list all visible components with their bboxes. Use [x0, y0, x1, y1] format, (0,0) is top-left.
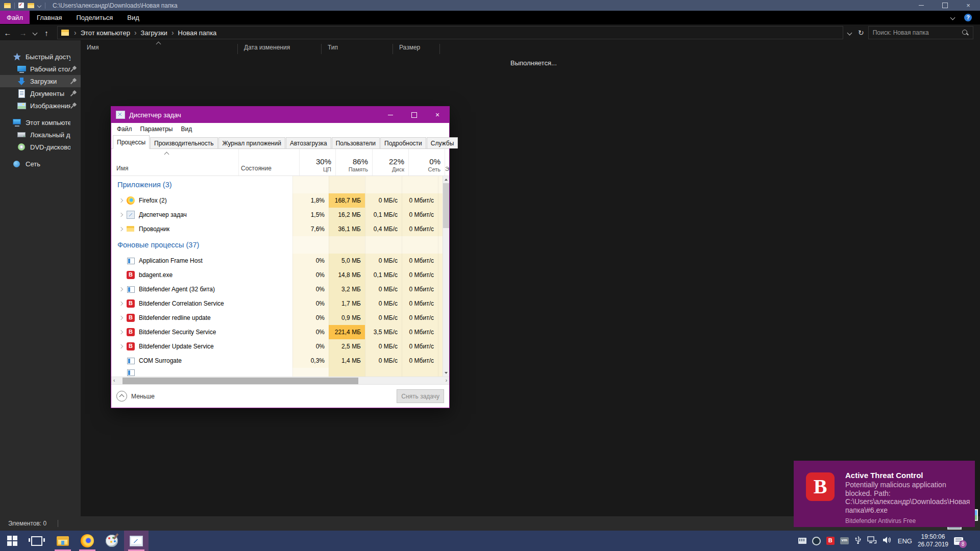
column-header-name[interactable]: Имя [111, 149, 238, 176]
taskbar-firefox-button[interactable] [75, 531, 100, 551]
process-row[interactable]: Application Frame Host 0% 5,0 МБ 0 МБ/с … [111, 254, 443, 268]
properties-icon[interactable] [18, 3, 24, 8]
scrollbar-thumb[interactable] [122, 378, 358, 384]
sidebar-item[interactable]: Сеть [0, 158, 81, 170]
address-dropdown-icon[interactable] [847, 31, 852, 35]
restore-button[interactable] [933, 0, 957, 11]
customize-toolbar-icon[interactable] [38, 4, 41, 7]
sidebar-item[interactable]: Рабочий стол [0, 63, 81, 75]
touch-keyboard-icon[interactable] [798, 538, 806, 544]
taskbar-task-manager-button[interactable] [124, 531, 149, 551]
ribbon-tab[interactable]: Главная [30, 11, 69, 24]
sidebar-item[interactable]: Документы [0, 87, 81, 99]
process-row[interactable]: Bitdefender redline update 0% 0,9 МБ 0 М… [111, 311, 443, 325]
end-task-button[interactable]: Снять задачу [397, 389, 444, 403]
network-icon[interactable] [867, 536, 877, 546]
usb-icon[interactable] [854, 536, 862, 546]
taskbar-file-explorer-button[interactable] [51, 531, 75, 551]
process-row[interactable]: Приложения (3) [111, 176, 443, 193]
menu-item[interactable]: Файл [113, 126, 136, 133]
language-indicator[interactable]: ENG [898, 537, 912, 545]
stat-column-header[interactable]: 30% ЦП [299, 149, 335, 176]
process-row[interactable]: Проводник 7,6% 36,1 МБ 0,4 МБ/с 0 Мбит/с [111, 222, 443, 236]
scroll-down-icon[interactable] [443, 369, 449, 377]
task-manager-tab[interactable]: Производительность [150, 137, 217, 148]
minimize-button[interactable] [910, 0, 933, 11]
process-row[interactable]: Bitdefender Update Service 0% 2,5 МБ 0 М… [111, 339, 443, 354]
new-folder-icon[interactable] [28, 3, 34, 8]
column-header[interactable]: Дата изменения [238, 44, 322, 54]
sidebar-item[interactable]: DVD-дисковод (D: [0, 141, 81, 153]
menu-item[interactable]: Вид [177, 126, 196, 133]
minimize-button[interactable] [379, 107, 402, 123]
expand-chevron-icon[interactable] [116, 325, 127, 339]
ribbon-tab[interactable]: Поделиться [69, 11, 120, 24]
tray-app-icon[interactable] [812, 537, 821, 545]
process-row[interactable] [111, 368, 443, 377]
vertical-scrollbar[interactable] [443, 176, 449, 377]
back-button[interactable]: ← [0, 29, 15, 37]
task-view-button[interactable] [24, 531, 49, 551]
maximize-button[interactable] [402, 107, 426, 123]
expand-chevron-icon[interactable] [116, 193, 127, 208]
ribbon-tab[interactable]: Вид [120, 11, 146, 24]
process-row[interactable]: Firefox (2) 1,8% 168,7 МБ 0 МБ/с 0 Мбит/… [111, 193, 443, 208]
process-row[interactable]: Bitdefender Correlation Service 0% 1,7 М… [111, 296, 443, 311]
expand-ribbon-icon[interactable] [950, 15, 955, 20]
task-manager-tab[interactable]: Журнал приложений [218, 137, 285, 148]
scrollbar-thumb[interactable] [443, 183, 449, 228]
forward-button[interactable]: → [15, 29, 31, 37]
vmware-tools-icon[interactable] [840, 537, 849, 544]
start-button[interactable] [0, 531, 24, 551]
task-manager-tab[interactable]: Пользователи [332, 137, 380, 148]
search-input[interactable] [869, 29, 962, 36]
expand-chevron-icon[interactable] [116, 208, 127, 222]
process-row[interactable]: Диспетчер задач 1,5% 16,2 МБ 0,1 МБ/с 0 … [111, 208, 443, 222]
bitdefender-tray-icon[interactable] [826, 537, 835, 545]
column-header[interactable]: Тип [322, 44, 393, 54]
stat-column-header[interactable]: 86% Память [335, 149, 372, 176]
expand-chevron-icon[interactable] [116, 282, 127, 296]
scroll-right-icon[interactable]: › [446, 378, 447, 383]
breadcrumb-item[interactable]: ›Новая папка [167, 29, 216, 37]
clock[interactable]: 19:50:06 26.07.2019 [918, 533, 948, 548]
search-icon[interactable] [962, 29, 969, 36]
bitdefender-notification[interactable]: Active Threat Control Potentially malici… [794, 461, 975, 527]
task-manager-titlebar[interactable]: Диспетчер задач × [111, 107, 449, 123]
sidebar-item[interactable]: Загрузки [0, 75, 81, 87]
recent-locations-icon[interactable] [31, 31, 39, 35]
expand-chevron-icon[interactable] [116, 311, 127, 325]
stat-column-header[interactable]: 0% Сеть [408, 149, 445, 176]
column-header-energy-cut[interactable]: Э [445, 149, 449, 176]
process-row[interactable]: bdagent.exe 0% 14,8 МБ 0,1 МБ/с 0 Мбит/с [111, 268, 443, 282]
process-row[interactable]: COM Surrogate 0,3% 1,4 МБ 0 МБ/с 0 Мбит/… [111, 354, 443, 368]
close-button[interactable]: × [426, 107, 449, 123]
task-manager-tab[interactable]: Процессы [113, 135, 150, 149]
volume-icon[interactable] [883, 536, 892, 546]
fewer-details-button[interactable]: Меньше [116, 391, 155, 402]
sidebar-item[interactable]: Изображения [0, 99, 81, 112]
process-row[interactable]: Bitdefender Security Service 0% 221,4 МБ… [111, 325, 443, 339]
task-manager-tab[interactable]: Подробности [380, 137, 426, 148]
horizontal-scrollbar[interactable]: ‹ › [111, 377, 449, 384]
refresh-icon[interactable]: ↻ [858, 29, 864, 37]
breadcrumb-item[interactable]: ›Загрузки [130, 29, 167, 37]
help-icon[interactable]: ? [964, 14, 972, 21]
menu-item[interactable]: Параметры [136, 126, 177, 133]
taskbar-paint-button[interactable] [100, 531, 124, 551]
scroll-up-icon[interactable] [443, 176, 449, 183]
expand-chevron-icon[interactable] [116, 296, 127, 311]
expand-chevron-icon[interactable] [116, 339, 127, 354]
stat-column-header[interactable]: 22% Диск [372, 149, 408, 176]
ribbon-tab[interactable]: Файл [0, 11, 30, 24]
sidebar-item[interactable]: Локальный диск (C [0, 129, 81, 141]
breadcrumb-item[interactable]: ›Этот компьютер [70, 29, 130, 37]
close-button[interactable]: × [957, 0, 980, 11]
task-manager-tab[interactable]: Автозагрузка [286, 137, 331, 148]
address-box[interactable]: ›Этот компьютер›Загрузки›Новая папка [57, 26, 843, 39]
up-button[interactable]: ↑ [39, 29, 54, 37]
column-header-status[interactable]: Состояние [238, 149, 299, 176]
task-manager-tab[interactable]: Службы [427, 137, 458, 148]
process-row[interactable]: Фоновые процессы (37) [111, 236, 443, 254]
column-header[interactable]: Размер [393, 44, 440, 54]
